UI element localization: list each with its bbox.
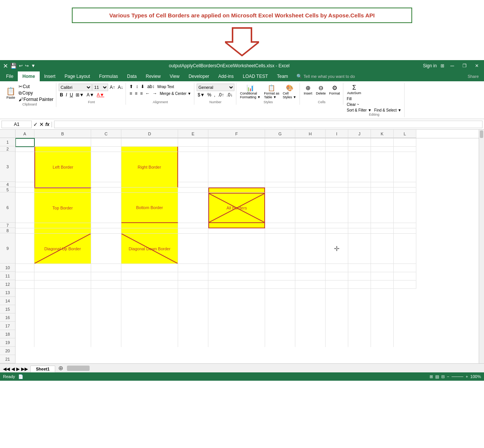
cell-F7-all-bottom[interactable]	[208, 223, 265, 228]
cell-A8[interactable]	[16, 228, 34, 234]
cell-E8[interactable]	[178, 228, 208, 234]
format-as-table-btn[interactable]: 📋 Format asTable ▼	[262, 84, 281, 100]
cell-H8[interactable]	[295, 228, 326, 234]
insert-btn[interactable]: ⊕ Insert	[302, 84, 314, 96]
italic-btn[interactable]: I	[65, 92, 68, 98]
cell-A12[interactable]	[16, 281, 34, 289]
merge-center-btn[interactable]: Merge & Center ▼	[158, 91, 192, 96]
borders-btn[interactable]: ⊞▼	[74, 92, 85, 98]
cell-F3[interactable]	[208, 152, 265, 182]
decrease-indent-btn[interactable]: ←	[144, 90, 151, 96]
cell-K7[interactable]	[371, 223, 394, 228]
comma-btn[interactable]: ,	[213, 92, 216, 98]
undo-icon[interactable]: ↩	[19, 63, 23, 68]
formula-input[interactable]	[54, 121, 482, 128]
cell-L3[interactable]	[394, 152, 416, 182]
cell-F10[interactable]	[208, 264, 265, 272]
horizontal-scrollbar[interactable]	[67, 366, 483, 371]
cell-A6[interactable]	[16, 193, 34, 223]
cell-F4[interactable]	[208, 182, 265, 188]
tab-file[interactable]: File	[2, 71, 18, 81]
cell-L2[interactable]	[394, 147, 416, 152]
cell-G12[interactable]	[265, 281, 295, 289]
cell-C2[interactable]	[91, 147, 121, 152]
decrease-decimal-btn[interactable]: .0↓	[225, 92, 234, 98]
cell-E9[interactable]	[178, 234, 208, 264]
cell-E10[interactable]	[178, 264, 208, 272]
percent-btn[interactable]: %	[206, 92, 213, 98]
cell-K9[interactable]	[371, 234, 394, 264]
cell-E3[interactable]	[178, 152, 208, 182]
add-sheet-btn[interactable]: ⊕	[56, 364, 65, 372]
cell-J7[interactable]	[348, 223, 371, 228]
cell-C10[interactable]	[91, 264, 121, 272]
tab-developer[interactable]: Developer	[184, 71, 214, 81]
cell-L11[interactable]	[394, 272, 416, 281]
cell-K11[interactable]	[371, 272, 394, 281]
cell-K8[interactable]	[371, 228, 394, 234]
cell-D3-right-border[interactable]: Right Border	[121, 152, 178, 182]
cell-J11[interactable]	[348, 272, 371, 281]
minimize-btn[interactable]: ─	[448, 63, 456, 69]
align-left-btn[interactable]: ≡	[128, 90, 133, 96]
tab-load-test[interactable]: LOAD TEST	[238, 71, 272, 81]
status-page-icon[interactable]: 📄	[18, 374, 23, 379]
cell-D1[interactable]	[121, 138, 178, 147]
cell-J9[interactable]	[348, 234, 371, 264]
tell-me-box[interactable]: 🔍 Tell me what you want to do	[293, 71, 464, 81]
cell-A9[interactable]	[16, 234, 34, 264]
bold-btn[interactable]: B	[59, 92, 64, 98]
zoom-out-btn[interactable]: −	[447, 374, 449, 379]
cell-B2-top[interactable]	[34, 147, 91, 152]
cell-G10[interactable]	[265, 264, 295, 272]
cell-L12[interactable]	[394, 281, 416, 289]
text-direction-btn[interactable]: ab↕	[146, 84, 155, 90]
cell-B3-left-border[interactable]: Left Border	[34, 152, 91, 182]
cell-G6[interactable]	[265, 193, 295, 223]
align-top-btn[interactable]: ⬆	[128, 84, 134, 90]
cell-D12[interactable]	[121, 281, 178, 289]
cell-K4[interactable]	[371, 182, 394, 188]
tab-formulas[interactable]: Formulas	[95, 71, 123, 81]
increase-font-btn[interactable]: A↑	[109, 84, 116, 90]
cell-J10[interactable]	[348, 264, 371, 272]
underline-btn[interactable]: U	[68, 92, 74, 98]
cell-C7[interactable]	[91, 223, 121, 228]
cell-A7[interactable]	[16, 223, 34, 228]
cell-H2[interactable]	[295, 147, 326, 152]
cell-L9[interactable]	[394, 234, 416, 264]
tab-insert[interactable]: Insert	[40, 71, 60, 81]
cell-K5[interactable]	[371, 188, 394, 193]
cell-E5[interactable]	[178, 188, 208, 193]
font-size-select[interactable]: 11	[92, 84, 108, 91]
cell-H1[interactable]	[295, 138, 326, 147]
cell-F2[interactable]	[208, 147, 265, 152]
align-right-btn[interactable]: ≡	[139, 90, 144, 96]
sheet-tab-1[interactable]: Sheet1	[30, 366, 55, 372]
cell-F6-all-borders[interactable]: All Borders	[208, 193, 265, 223]
clear-btn[interactable]: Clear ~	[346, 102, 360, 107]
align-bottom-btn[interactable]: ⬇	[140, 84, 146, 90]
sheet-nav-left[interactable]: ◀◀	[3, 366, 10, 372]
formula-bar-cancel[interactable]: ✕	[39, 121, 44, 127]
cell-D7[interactable]	[121, 223, 178, 228]
cell-E7[interactable]	[178, 223, 208, 228]
cell-K1[interactable]	[371, 138, 394, 147]
close-btn[interactable]: ✕	[473, 63, 481, 68]
cell-G4[interactable]	[265, 182, 295, 188]
cell-I6[interactable]	[326, 193, 348, 223]
cell-A5[interactable]	[16, 188, 34, 193]
cell-D11[interactable]	[121, 272, 178, 281]
cell-A4[interactable]	[16, 182, 34, 188]
cell-D5-top[interactable]	[121, 188, 178, 193]
customize-icon[interactable]: ▼	[31, 63, 36, 68]
cell-C12[interactable]	[91, 281, 121, 289]
cell-D9-diagonal-down[interactable]: Diagonal Down Border	[121, 234, 178, 264]
cell-A1[interactable]	[16, 138, 34, 147]
paste-btn[interactable]: 📋 Paste	[5, 86, 17, 100]
cell-G7[interactable]	[265, 223, 295, 228]
cell-I10[interactable]	[326, 264, 348, 272]
font-color-btn[interactable]: A▼	[96, 92, 105, 98]
cell-A11[interactable]	[16, 272, 34, 281]
autosum-btn[interactable]: Σ AutoSum	[346, 84, 363, 96]
